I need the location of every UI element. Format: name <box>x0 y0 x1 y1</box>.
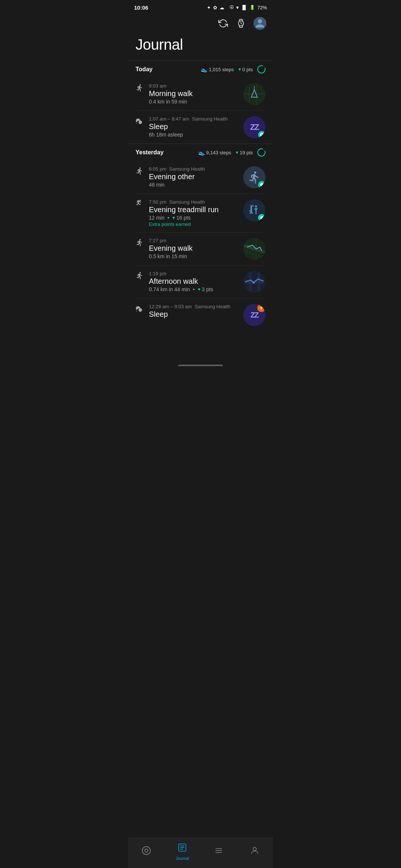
activity-evening-other[interactable]: 8:05 pm Samsung Health Evening other 46 … <box>136 161 265 194</box>
treadmill-name: Evening treadmill run <box>149 206 219 214</box>
yesterday-pts: ♥ 19 pts <box>235 150 253 155</box>
sync-button[interactable] <box>217 17 229 29</box>
avatar-image <box>254 17 266 30</box>
bluetooth-icon: ⦿ <box>229 5 234 10</box>
status-time: 10:06 <box>134 4 148 11</box>
morning-walk-thumb <box>243 83 265 105</box>
status-bar: 10:06 ✦ ✿ ☁ ⦿ ▾ ▐▌ 🔋 72% <box>128 0 273 13</box>
activity-left: 7:27 pm Evening walk 0.5 km in 15 min <box>136 238 243 259</box>
evening-other-info: 8:05 pm Samsung Health Evening other 46 … <box>149 166 205 188</box>
evening-other-time: 8:05 pm Samsung Health <box>149 166 205 172</box>
activity-sleep-today[interactable]: 1:07 am – 8:47 am Samsung Health Sleep 6… <box>136 111 265 144</box>
evening-walk-name: Evening walk <box>149 244 193 253</box>
walk-icon-4 <box>136 272 144 292</box>
walk-icon-3 <box>136 239 144 259</box>
battery-icon: 🔋 <box>250 5 255 10</box>
compass-icon: ✿ <box>213 5 217 10</box>
battery-pct: 72% <box>257 5 267 10</box>
sleep-yesterday-info: 12:29 am – 9:03 am Samsung Health Sleep <box>149 304 230 319</box>
treadmill-detail: 12 min • ♥ 16 pts <box>149 215 219 221</box>
run-icon <box>136 200 144 227</box>
today-activity-list: 9:03 am Morning walk 0.4 km in 59 min <box>128 78 273 144</box>
sleep-yesterday-thumb: ZZ + <box>243 304 265 326</box>
svg-rect-4 <box>249 87 250 102</box>
wifi-icon: ▾ <box>236 4 239 10</box>
scroll-content: Today 👟 1,015 steps ♥ 0 pts <box>128 60 273 365</box>
morning-walk-name: Morning walk <box>149 89 193 98</box>
svg-rect-17 <box>249 273 252 291</box>
activity-sleep-yesterday[interactable]: 12:29 am – 9:03 am Samsung Health Sleep … <box>136 299 265 331</box>
activity-left: 1:07 am – 8:47 am Samsung Health Sleep 6… <box>136 116 243 138</box>
yesterday-steps-value: 9,143 steps <box>206 150 231 155</box>
top-bar <box>128 13 273 33</box>
morning-walk-time: 9:03 am <box>149 83 193 89</box>
activity-morning-walk[interactable]: 9:03 am Morning walk 0.4 km in 59 min <box>136 78 265 111</box>
svg-rect-3 <box>243 93 265 94</box>
today-pts-value: 0 pts <box>242 67 253 72</box>
activity-left: 7:50 pm Samsung Health Evening treadmill… <box>136 199 243 227</box>
activity-left: 12:29 am – 9:03 am Samsung Health Sleep <box>136 304 243 319</box>
evening-other-name: Evening other <box>149 172 205 181</box>
today-pts: ♥ 0 pts <box>238 67 253 72</box>
sleep-yesterday-time: 12:29 am – 9:03 am Samsung Health <box>149 304 230 309</box>
sleep-today-info: 1:07 am – 8:47 am Samsung Health Sleep 6… <box>149 116 228 138</box>
evening-other-thumb <box>243 166 265 188</box>
activity-evening-walk[interactable]: 7:27 pm Evening walk 0.5 km in 15 min <box>136 233 265 266</box>
section-today: Today 👟 1,015 steps ♥ 0 pts <box>128 60 273 78</box>
afternoon-walk-name: Afternoon walk <box>149 277 213 286</box>
page-title: Journal <box>128 33 273 60</box>
sleep-badge <box>258 131 265 138</box>
evening-walk-detail: 0.5 km in 15 min <box>149 253 193 259</box>
sleep-today-time: 1:07 am – 8:47 am Samsung Health <box>149 116 228 122</box>
sleep-today-thumb: ZZ <box>243 116 265 138</box>
activity-evening-treadmill[interactable]: 7:50 pm Samsung Health Evening treadmill… <box>136 194 265 233</box>
yesterday-activity-list: 8:05 pm Samsung Health Evening other 46 … <box>128 161 273 331</box>
treadmill-time: 7:50 pm Samsung Health <box>149 199 219 205</box>
evening-walk-thumb <box>243 238 265 260</box>
cloud-icon: ☁ <box>219 5 224 10</box>
yesterday-label: Yesterday <box>136 149 164 156</box>
sleep-yesterday-name: Sleep <box>149 310 230 319</box>
sleep-icon <box>136 117 144 138</box>
yesterday-pts-value: 19 pts <box>240 150 253 155</box>
today-steps-value: 1,015 steps <box>209 67 234 72</box>
evening-walk-info: 7:27 pm Evening walk 0.5 km in 15 min <box>149 238 193 259</box>
sleep-plus-badge: + <box>257 304 265 312</box>
activity-left: 1:19 pm Afternoon walk 0.74 km in 44 min… <box>136 271 243 292</box>
today-label: Today <box>136 66 153 73</box>
activity-left: 8:05 pm Samsung Health Evening other 46 … <box>136 166 243 188</box>
sleep-today-detail: 6h 18m asleep <box>149 132 228 138</box>
svg-point-19 <box>252 282 255 284</box>
signal-icon: ▐▌ <box>241 5 247 10</box>
run-badge <box>258 214 265 221</box>
status-icons: ✦ ✿ ☁ ⦿ ▾ ▐▌ 🔋 72% <box>207 4 267 10</box>
today-steps: 👟 1,015 steps <box>201 66 234 72</box>
sleep-icon-2 <box>136 305 144 319</box>
afternoon-walk-time: 1:19 pm <box>149 271 213 276</box>
sleep-today-name: Sleep <box>149 122 228 131</box>
morning-walk-info: 9:03 am Morning walk 0.4 km in 59 min <box>149 83 193 105</box>
activity-left: 9:03 am Morning walk 0.4 km in 59 min <box>136 83 243 105</box>
afternoon-walk-detail: 0.74 km in 44 min • ♥ 3 pts <box>149 286 213 292</box>
hashtag-icon: ✦ <box>207 5 211 10</box>
today-stats: 👟 1,015 steps ♥ 0 pts <box>201 65 265 73</box>
treadmill-info: 7:50 pm Samsung Health Evening treadmill… <box>149 199 219 227</box>
walk-badge-1 <box>258 181 265 188</box>
section-yesterday: Yesterday 👟 9,143 steps ♥ 19 pts <box>128 144 273 161</box>
home-indicator <box>178 365 223 366</box>
evening-other-detail: 46 min <box>149 182 205 188</box>
today-ring-icon <box>257 65 265 73</box>
activity-afternoon-walk[interactable]: 1:19 pm Afternoon walk 0.74 km in 44 min… <box>136 266 265 299</box>
treadmill-thumb <box>243 199 265 221</box>
avatar[interactable] <box>253 16 267 30</box>
afternoon-walk-info: 1:19 pm Afternoon walk 0.74 km in 44 min… <box>149 271 213 292</box>
extra-pts: Extra points earned <box>149 221 219 227</box>
walk-icon <box>136 84 144 105</box>
svg-rect-18 <box>257 273 260 291</box>
yesterday-steps: 👟 9,143 steps <box>198 149 231 155</box>
afternoon-walk-thumb <box>243 271 265 293</box>
yesterday-stats: 👟 9,143 steps ♥ 19 pts <box>198 148 265 157</box>
yesterday-ring-icon <box>257 148 265 157</box>
watch-button[interactable] <box>235 17 247 29</box>
walk-icon-2 <box>136 167 144 188</box>
